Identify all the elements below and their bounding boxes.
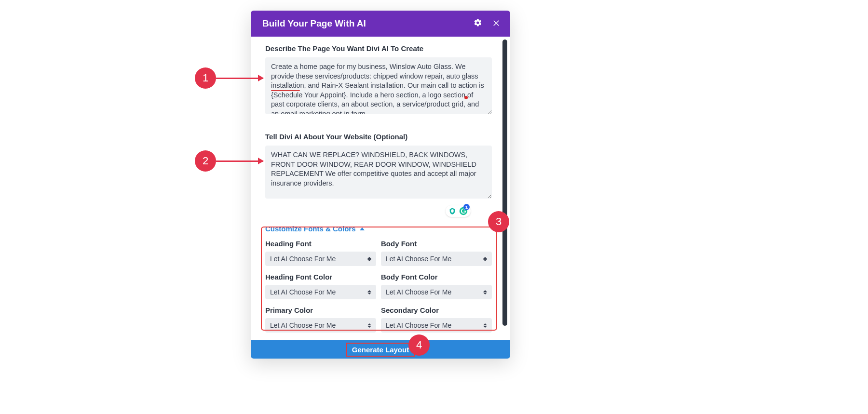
callout-badge-1: 1: [195, 67, 216, 89]
select-chevron-icon: [367, 323, 371, 328]
shield-icon: [448, 207, 456, 215]
body-font-label: Body Font: [381, 240, 492, 248]
customize-toggle[interactable]: Customize Fonts & Colors: [265, 225, 365, 233]
callout-badge-4: 4: [408, 334, 430, 356]
grammarly-badge: 1: [463, 204, 470, 210]
callout-badge-3: 3: [488, 211, 509, 232]
select-chevron-icon: [483, 323, 487, 328]
spellcheck-underline: [271, 90, 300, 91]
describe-input[interactable]: [265, 57, 492, 114]
heading-font-value: Let AI Choose For Me: [270, 255, 336, 263]
ai-builder-modal: Build Your Page With AI Describe The Pag…: [251, 11, 510, 359]
body-font-color-value: Let AI Choose For Me: [386, 288, 451, 296]
callout-badge-2: 2: [195, 150, 216, 172]
select-chevron-icon: [367, 257, 371, 261]
body-font-group: Body Font Let AI Choose For Me: [381, 240, 492, 266]
callout-1: 1: [195, 67, 263, 89]
secondary-color-label: Secondary Color: [381, 306, 492, 314]
about-label: Tell Divi AI About Your Website (Optiona…: [265, 133, 502, 141]
primary-color-value: Let AI Choose For Me: [270, 321, 336, 329]
arrow-icon: [216, 160, 263, 162]
heading-font-label: Heading Font: [265, 240, 376, 248]
modal-body: Describe The Page You Want Divi AI To Cr…: [251, 37, 510, 340]
chevron-up-icon: [360, 227, 365, 230]
select-chevron-icon: [483, 257, 487, 261]
heading-font-group: Heading Font Let AI Choose For Me: [265, 240, 376, 266]
select-chevron-icon: [483, 290, 487, 294]
describe-label: Describe The Page You Want Divi AI To Cr…: [265, 44, 502, 53]
heading-font-color-label: Heading Font Color: [265, 273, 376, 281]
describe-wrap: [265, 57, 492, 133]
error-dot-icon: [464, 96, 468, 99]
callout-2: 2: [195, 150, 263, 172]
customize-options: Heading Font Let AI Choose For Me Body F…: [265, 240, 492, 340]
secondary-color-value: Let AI Choose For Me: [386, 321, 451, 329]
header-actions: [474, 18, 501, 29]
arrow-icon: [216, 78, 263, 79]
select-chevron-icon: [367, 290, 371, 294]
scrollbar[interactable]: [502, 40, 507, 326]
about-input[interactable]: [265, 146, 492, 199]
generate-layout-button[interactable]: Generate Layout: [347, 344, 414, 356]
body-font-select[interactable]: Let AI Choose For Me: [381, 252, 492, 266]
body-font-color-select[interactable]: Let AI Choose For Me: [381, 285, 492, 299]
gear-icon[interactable]: [474, 18, 482, 29]
body-font-color-label: Body Font Color: [381, 273, 492, 281]
customize-label: Customize Fonts & Colors: [265, 225, 356, 233]
heading-font-color-value: Let AI Choose For Me: [270, 288, 336, 296]
heading-font-color-select[interactable]: Let AI Choose For Me: [265, 285, 376, 299]
primary-color-group: Primary Color Let AI Choose For Me: [265, 306, 376, 333]
heading-font-color-group: Heading Font Color Let AI Choose For Me: [265, 273, 376, 299]
heading-font-select[interactable]: Let AI Choose For Me: [265, 252, 376, 266]
secondary-color-group: Secondary Color Let AI Choose For Me: [381, 306, 492, 333]
grammarly-widget[interactable]: 1: [446, 205, 471, 217]
primary-color-select[interactable]: Let AI Choose For Me: [265, 318, 376, 333]
modal-title: Build Your Page With AI: [262, 18, 366, 29]
body-font-value: Let AI Choose For Me: [386, 255, 451, 263]
grammarly-g-wrap: 1: [459, 207, 468, 215]
modal-header: Build Your Page With AI: [251, 11, 510, 37]
modal-footer: Generate Layout: [251, 340, 510, 359]
close-icon[interactable]: [492, 18, 501, 29]
secondary-color-select[interactable]: Let AI Choose For Me: [381, 318, 492, 333]
primary-color-label: Primary Color: [265, 306, 376, 314]
about-wrap: 1: [265, 146, 492, 225]
body-font-color-group: Body Font Color Let AI Choose For Me: [381, 273, 492, 299]
